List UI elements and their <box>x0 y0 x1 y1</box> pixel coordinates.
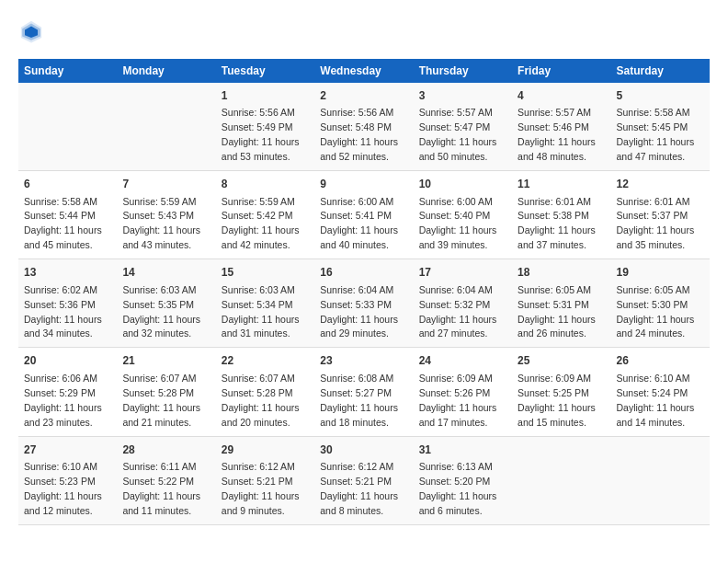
day-info: Sunrise: 5:58 AM Sunset: 5:45 PM Dayligh… <box>617 107 695 162</box>
col-header-saturday: Saturday <box>611 59 710 83</box>
day-number: 28 <box>122 442 210 458</box>
page-header <box>18 18 710 44</box>
day-info: Sunrise: 6:00 AM Sunset: 5:40 PM Dayligh… <box>419 196 497 251</box>
day-info: Sunrise: 6:05 AM Sunset: 5:31 PM Dayligh… <box>518 284 596 339</box>
day-cell: 3Sunrise: 5:57 AM Sunset: 5:47 PM Daylig… <box>414 83 512 171</box>
day-cell: 9Sunrise: 6:00 AM Sunset: 5:41 PM Daylig… <box>314 171 413 259</box>
week-row-2: 6Sunrise: 5:58 AM Sunset: 5:44 PM Daylig… <box>18 171 710 259</box>
day-cell: 18Sunrise: 6:05 AM Sunset: 5:31 PM Dayli… <box>512 259 610 348</box>
day-cell: 20Sunrise: 6:06 AM Sunset: 5:29 PM Dayli… <box>18 348 117 436</box>
day-number: 24 <box>419 353 506 369</box>
day-cell: 23Sunrise: 6:08 AM Sunset: 5:27 PM Dayli… <box>314 348 413 436</box>
day-cell: 27Sunrise: 6:10 AM Sunset: 5:23 PM Dayli… <box>18 436 117 524</box>
week-row-5: 27Sunrise: 6:10 AM Sunset: 5:23 PM Dayli… <box>18 436 710 524</box>
logo <box>18 18 48 44</box>
day-cell: 11Sunrise: 6:01 AM Sunset: 5:38 PM Dayli… <box>512 171 610 259</box>
day-number: 13 <box>24 265 111 281</box>
day-number: 23 <box>320 353 407 369</box>
day-info: Sunrise: 6:03 AM Sunset: 5:35 PM Dayligh… <box>122 284 200 339</box>
day-cell: 10Sunrise: 6:00 AM Sunset: 5:40 PM Dayli… <box>414 171 512 259</box>
day-info: Sunrise: 6:13 AM Sunset: 5:20 PM Dayligh… <box>419 461 497 516</box>
day-info: Sunrise: 5:57 AM Sunset: 5:46 PM Dayligh… <box>518 107 596 162</box>
day-info: Sunrise: 6:07 AM Sunset: 5:28 PM Dayligh… <box>122 373 200 428</box>
day-number: 3 <box>419 88 506 104</box>
day-info: Sunrise: 6:06 AM Sunset: 5:29 PM Dayligh… <box>24 373 102 428</box>
day-info: Sunrise: 6:10 AM Sunset: 5:23 PM Dayligh… <box>24 461 102 516</box>
day-number: 25 <box>518 353 605 369</box>
day-cell: 15Sunrise: 6:03 AM Sunset: 5:34 PM Dayli… <box>216 259 314 348</box>
day-info: Sunrise: 6:08 AM Sunset: 5:27 PM Dayligh… <box>320 373 398 428</box>
day-info: Sunrise: 6:07 AM Sunset: 5:28 PM Dayligh… <box>222 373 300 428</box>
week-row-1: 1Sunrise: 5:56 AM Sunset: 5:49 PM Daylig… <box>18 83 710 171</box>
day-number: 29 <box>222 442 309 458</box>
day-info: Sunrise: 6:04 AM Sunset: 5:33 PM Dayligh… <box>320 284 398 339</box>
day-number: 7 <box>122 177 210 192</box>
day-info: Sunrise: 6:01 AM Sunset: 5:37 PM Dayligh… <box>617 196 695 251</box>
day-cell: 29Sunrise: 6:12 AM Sunset: 5:21 PM Dayli… <box>216 436 314 524</box>
day-info: Sunrise: 5:59 AM Sunset: 5:43 PM Dayligh… <box>122 196 200 251</box>
day-number: 14 <box>122 265 210 281</box>
column-headers: SundayMondayTuesdayWednesdayThursdayFrid… <box>18 59 710 83</box>
day-number: 10 <box>419 177 506 192</box>
day-info: Sunrise: 5:57 AM Sunset: 5:47 PM Dayligh… <box>419 107 497 162</box>
day-cell: 22Sunrise: 6:07 AM Sunset: 5:28 PM Dayli… <box>216 348 314 436</box>
day-info: Sunrise: 6:04 AM Sunset: 5:32 PM Dayligh… <box>419 284 497 339</box>
day-cell: 4Sunrise: 5:57 AM Sunset: 5:46 PM Daylig… <box>512 83 610 171</box>
day-cell: 8Sunrise: 5:59 AM Sunset: 5:42 PM Daylig… <box>216 171 314 259</box>
day-info: Sunrise: 5:56 AM Sunset: 5:48 PM Dayligh… <box>320 107 398 162</box>
col-header-friday: Friday <box>512 59 610 83</box>
day-number: 1 <box>222 88 309 104</box>
day-cell <box>512 436 610 524</box>
day-info: Sunrise: 6:10 AM Sunset: 5:24 PM Dayligh… <box>617 373 695 428</box>
day-number: 12 <box>617 177 704 192</box>
day-info: Sunrise: 6:01 AM Sunset: 5:38 PM Dayligh… <box>518 196 596 251</box>
week-row-4: 20Sunrise: 6:06 AM Sunset: 5:29 PM Dayli… <box>18 348 710 436</box>
day-cell: 12Sunrise: 6:01 AM Sunset: 5:37 PM Dayli… <box>611 171 710 259</box>
day-number: 16 <box>320 265 407 281</box>
calendar-table: SundayMondayTuesdayWednesdayThursdayFrid… <box>18 59 710 525</box>
day-number: 21 <box>122 353 210 369</box>
day-cell: 30Sunrise: 6:12 AM Sunset: 5:21 PM Dayli… <box>314 436 413 524</box>
day-cell: 16Sunrise: 6:04 AM Sunset: 5:33 PM Dayli… <box>314 259 413 348</box>
day-cell: 2Sunrise: 5:56 AM Sunset: 5:48 PM Daylig… <box>314 83 413 171</box>
day-cell: 14Sunrise: 6:03 AM Sunset: 5:35 PM Dayli… <box>117 259 215 348</box>
day-info: Sunrise: 6:12 AM Sunset: 5:21 PM Dayligh… <box>320 461 398 516</box>
day-number: 9 <box>320 177 407 192</box>
day-cell <box>611 436 710 524</box>
day-cell: 28Sunrise: 6:11 AM Sunset: 5:22 PM Dayli… <box>117 436 215 524</box>
day-number: 4 <box>518 88 605 104</box>
day-cell: 7Sunrise: 5:59 AM Sunset: 5:43 PM Daylig… <box>117 171 215 259</box>
day-cell: 21Sunrise: 6:07 AM Sunset: 5:28 PM Dayli… <box>117 348 215 436</box>
col-header-monday: Monday <box>117 59 215 83</box>
day-info: Sunrise: 5:56 AM Sunset: 5:49 PM Dayligh… <box>222 107 300 162</box>
day-cell: 17Sunrise: 6:04 AM Sunset: 5:32 PM Dayli… <box>414 259 512 348</box>
day-number: 19 <box>617 265 704 281</box>
day-info: Sunrise: 6:00 AM Sunset: 5:41 PM Dayligh… <box>320 196 398 251</box>
day-cell: 24Sunrise: 6:09 AM Sunset: 5:26 PM Dayli… <box>414 348 512 436</box>
day-number: 31 <box>419 442 506 458</box>
col-header-thursday: Thursday <box>414 59 512 83</box>
day-number: 15 <box>222 265 309 281</box>
day-number: 26 <box>617 353 704 369</box>
day-info: Sunrise: 6:02 AM Sunset: 5:36 PM Dayligh… <box>24 284 102 339</box>
day-info: Sunrise: 5:59 AM Sunset: 5:42 PM Dayligh… <box>222 196 300 251</box>
day-number: 20 <box>24 353 111 369</box>
day-number: 18 <box>518 265 605 281</box>
day-number: 11 <box>518 177 605 192</box>
day-info: Sunrise: 6:09 AM Sunset: 5:25 PM Dayligh… <box>518 373 596 428</box>
day-info: Sunrise: 5:58 AM Sunset: 5:44 PM Dayligh… <box>24 196 102 251</box>
day-number: 27 <box>24 442 111 458</box>
day-number: 6 <box>24 177 111 192</box>
day-cell: 6Sunrise: 5:58 AM Sunset: 5:44 PM Daylig… <box>18 171 117 259</box>
col-header-wednesday: Wednesday <box>314 59 413 83</box>
day-cell <box>117 83 215 171</box>
day-info: Sunrise: 6:12 AM Sunset: 5:21 PM Dayligh… <box>222 461 300 516</box>
day-info: Sunrise: 6:05 AM Sunset: 5:30 PM Dayligh… <box>617 284 695 339</box>
day-number: 30 <box>320 442 407 458</box>
day-cell: 13Sunrise: 6:02 AM Sunset: 5:36 PM Dayli… <box>18 259 117 348</box>
day-number: 2 <box>320 88 407 104</box>
day-number: 8 <box>222 177 309 192</box>
day-cell <box>18 83 117 171</box>
day-cell: 5Sunrise: 5:58 AM Sunset: 5:45 PM Daylig… <box>611 83 710 171</box>
week-row-3: 13Sunrise: 6:02 AM Sunset: 5:36 PM Dayli… <box>18 259 710 348</box>
